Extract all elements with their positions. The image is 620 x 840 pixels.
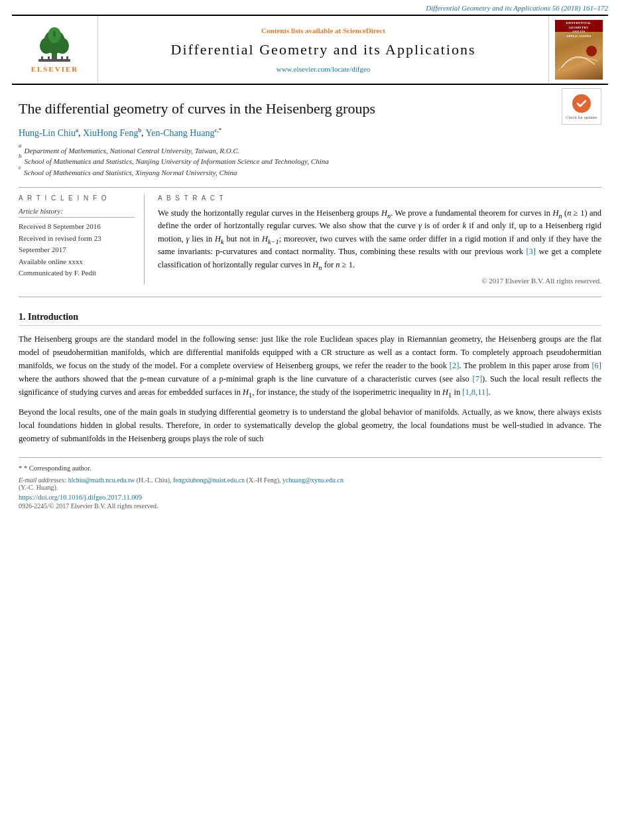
history-revised: Received in revised form 23September 201… xyxy=(19,233,135,256)
check-updates-label: Check for updates xyxy=(566,115,597,119)
journal-cover-area: DIFFERENTIALGEOMETRYAND ITSAPPLICATIONS xyxy=(548,16,608,84)
copyright-line: © 2017 Elsevier B.V. All rights reserved… xyxy=(158,277,601,285)
cover-decoration xyxy=(555,41,603,74)
affil-2: b School of Mathematics and Statistics, … xyxy=(19,156,601,167)
email-label: E-mail addresses: xyxy=(19,476,66,484)
history-items: Received 8 September 2016 Received in re… xyxy=(19,221,135,279)
abstract-text: We study the horizontally regular curves… xyxy=(158,207,601,271)
ref-6[interactable]: [6] xyxy=(591,361,601,370)
authors-line: Hung-Lin Chiua, XiuHong Fengb, Yen-Chang… xyxy=(19,128,601,139)
check-updates-badge[interactable]: Check for updates xyxy=(562,88,601,125)
corresponding-label: * Corresponding author. xyxy=(24,464,92,472)
email-addresses-line: E-mail addresses: hlchiu@math.ncu.edu.tw… xyxy=(19,476,601,491)
affil-3-text: School of Mathematics and Statistics, Xi… xyxy=(24,167,237,178)
elsevier-logo-area: ELSEVIER xyxy=(12,16,98,84)
issn-line: 0926-2245/© 2017 Elsevier B.V. All right… xyxy=(19,502,601,510)
elsevier-wordmark: ELSEVIER xyxy=(31,65,79,73)
ref-2[interactable]: [2] xyxy=(450,361,460,370)
corresponding-author-note: * * Corresponding author. xyxy=(19,463,601,474)
svg-point-12 xyxy=(586,46,597,56)
footer-divider xyxy=(19,457,601,458)
article-info-column: A R T I C L E I N F O Article history: R… xyxy=(19,194,145,285)
history-communicated: Communicated by F. Pedit xyxy=(19,267,135,279)
corresponding-star: * xyxy=(19,464,24,472)
elsevier-logo: ELSEVIER xyxy=(31,27,79,73)
email-end: (Y.-C. Huang). xyxy=(19,484,58,491)
svg-rect-8 xyxy=(48,56,50,62)
ref-7[interactable]: [7] xyxy=(473,374,483,384)
svg-rect-10 xyxy=(61,56,63,62)
affil-1: a Department of Mathematics, National Ce… xyxy=(19,145,601,157)
check-icon xyxy=(576,98,588,109)
affiliations: a Department of Mathematics, National Ce… xyxy=(19,145,601,178)
ref-1-8-11[interactable]: [1,8,11] xyxy=(462,387,488,397)
journal-reference-line: Differential Geometry and its Applicatio… xyxy=(0,0,620,15)
affil-3-sup: c xyxy=(19,167,21,178)
author-1[interactable]: Hung-Lin Chiu xyxy=(19,128,76,138)
journal-title: Differential Geometry and its Applicatio… xyxy=(171,41,476,58)
email-3[interactable]: ychuang@xynu.edu.cn xyxy=(282,476,343,484)
intro-paragraph-1: The Heisenberg groups are the standard m… xyxy=(19,332,601,399)
ref-3[interactable]: [3] xyxy=(526,247,536,256)
doi-line[interactable]: https://doi.org/10.1016/j.difgeo.2017.11… xyxy=(19,494,601,501)
journal-header-center: Contents lists available at ScienceDirec… xyxy=(98,16,548,84)
email-1-name: (H.-L. Chiu), xyxy=(137,476,172,484)
article-history-label: Article history: xyxy=(19,207,135,218)
svg-rect-9 xyxy=(54,56,56,62)
elsevier-tree-icon xyxy=(34,27,74,64)
title-row: The differential geometry of curves in t… xyxy=(19,85,601,128)
section-1-number: 1. xyxy=(19,312,26,322)
author-3-sup: c,* xyxy=(215,127,222,133)
author-3[interactable]: Yen-Chang Huang xyxy=(146,128,215,138)
divider-1 xyxy=(19,187,601,188)
history-received: Received 8 September 2016 xyxy=(19,221,135,233)
main-content: The differential geometry of curves in t… xyxy=(12,85,608,510)
svg-rect-5 xyxy=(53,31,56,36)
section-1-label: Introduction xyxy=(28,312,78,322)
section-1-title: 1. Introduction xyxy=(19,312,601,326)
svg-rect-7 xyxy=(41,56,43,62)
article-info-label: A R T I C L E I N F O xyxy=(19,194,135,202)
author-2-sup: b xyxy=(139,127,142,133)
intro-paragraph-2: Beyond the local results, one of the mai… xyxy=(19,405,601,445)
sciencedirect-link-text[interactable]: ScienceDirect xyxy=(343,27,385,35)
divider-2 xyxy=(19,297,601,297)
affil-2-text: School of Mathematics and Statistics, Na… xyxy=(25,156,329,167)
cover-title-text: DIFFERENTIALGEOMETRYAND ITSAPPLICATIONS xyxy=(566,21,591,38)
svg-rect-11 xyxy=(66,56,68,62)
email-1[interactable]: hlchiu@math.ncu.edu.tw xyxy=(68,476,135,484)
author-1-sup: a xyxy=(76,127,78,133)
sciencedirect-label: Contents lists available at ScienceDirec… xyxy=(261,27,385,35)
abstract-label: A B S T R A C T xyxy=(158,194,601,202)
journal-header-band: ELSEVIER Contents lists available at Sci… xyxy=(12,15,608,85)
article-title: The differential geometry of curves in t… xyxy=(19,100,375,119)
email-2[interactable]: fengxiuhong@nuist.edu.cn xyxy=(173,476,245,484)
journal-cover-image: DIFFERENTIALGEOMETRYAND ITSAPPLICATIONS xyxy=(555,20,603,80)
journal-url[interactable]: www.elsevier.com/locate/difgeo xyxy=(277,65,371,73)
abstract-column: A B S T R A C T We study the horizontall… xyxy=(158,194,601,285)
history-online: Available online xxxx xyxy=(19,256,135,268)
email-2-name: (X.-H Feng), xyxy=(247,476,281,484)
affil-3: c School of Mathematics and Statistics, … xyxy=(19,167,601,178)
article-info-abstract: A R T I C L E I N F O Article history: R… xyxy=(19,194,601,285)
author-2[interactable]: XiuHong Feng xyxy=(83,128,139,138)
affil-1-text: Department of Mathematics, National Cent… xyxy=(25,145,240,157)
check-updates-icon xyxy=(572,94,591,113)
